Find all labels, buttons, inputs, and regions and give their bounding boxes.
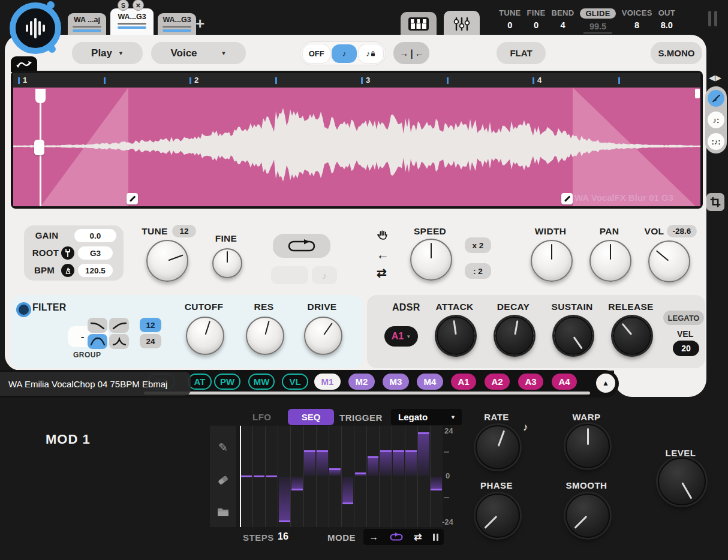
- sync-off-button[interactable]: OFF: [303, 44, 330, 63]
- seq-step[interactable]: [418, 432, 429, 476]
- fine-knob[interactable]: [212, 248, 242, 278]
- tune-knob[interactable]: [146, 240, 188, 282]
- seq-step[interactable]: [393, 450, 404, 476]
- warp-stretch-note-button[interactable]: :♪:: [708, 133, 724, 150]
- step-sequencer[interactable]: [240, 426, 443, 527]
- warp-knob[interactable]: [565, 424, 610, 468]
- mod-slot-m1[interactable]: M1: [314, 374, 341, 390]
- end-trim-handle[interactable]: [695, 89, 700, 98]
- snap-to-center-button[interactable]: →❘←: [393, 42, 429, 64]
- rate-knob[interactable]: [476, 425, 520, 469]
- param-value[interactable]: 8: [634, 20, 639, 30]
- param-value[interactable]: 0: [507, 20, 512, 30]
- trigger-dropdown[interactable]: Legato ▼: [391, 409, 462, 425]
- mode-pingpong-icon[interactable]: ⇄: [414, 532, 422, 542]
- width-knob[interactable]: [531, 240, 573, 282]
- mode-hold-icon[interactable]: [433, 534, 438, 541]
- tab-seq[interactable]: SEQ: [288, 409, 334, 425]
- res-knob[interactable]: [246, 317, 284, 355]
- sync-note-button[interactable]: ♪: [332, 44, 356, 63]
- tune-value[interactable]: 12: [172, 225, 196, 237]
- speed-double-button[interactable]: x 2: [465, 237, 491, 253]
- mod-source-vl[interactable]: VL: [282, 374, 308, 390]
- start-marker-handle[interactable]: [34, 140, 44, 155]
- seq-step[interactable]: [431, 477, 442, 490]
- release-knob[interactable]: [613, 317, 651, 355]
- mixer-view-tab[interactable]: [444, 11, 480, 37]
- decay-knob[interactable]: [495, 317, 534, 355]
- add-tab-button[interactable]: +: [195, 14, 204, 33]
- root-note-value[interactable]: G3: [78, 246, 113, 260]
- crop-button[interactable]: [706, 193, 724, 211]
- seq-step[interactable]: [279, 477, 290, 523]
- mod-slot-m3[interactable]: M3: [383, 374, 409, 390]
- vel-value[interactable]: 20: [673, 341, 699, 356]
- seq-step[interactable]: [317, 450, 328, 476]
- seq-step[interactable]: [368, 456, 379, 476]
- amp-slot-a4[interactable]: A4: [552, 374, 577, 390]
- filter-slope-12-button[interactable]: 12: [140, 318, 161, 332]
- drive-knob[interactable]: [304, 317, 342, 355]
- vol-value[interactable]: -28.6: [667, 225, 697, 237]
- speed-knob[interactable]: [410, 239, 452, 281]
- gain-value[interactable]: 0.0: [74, 229, 116, 242]
- mod-source-pw[interactable]: PW: [214, 374, 240, 390]
- tab-close-icon[interactable]: ✕: [133, 0, 144, 11]
- smooth-knob[interactable]: [565, 493, 610, 538]
- bpm-value[interactable]: 120.5: [78, 264, 113, 277]
- pencil-tool-icon[interactable]: ✎: [216, 441, 230, 454]
- sample-tab[interactable]: WA ...aj: [68, 13, 106, 35]
- mod-slot-m2[interactable]: M2: [348, 374, 375, 390]
- play-mode-dropdown[interactable]: Play▼: [72, 42, 143, 64]
- param-value[interactable]: 8.0: [661, 20, 673, 30]
- voice-mode-dropdown[interactable]: Voice▼: [151, 42, 246, 64]
- loop-shuffle-tab[interactable]: [11, 56, 37, 72]
- seq-step[interactable]: [342, 477, 354, 505]
- filter-lowpass-button[interactable]: [88, 318, 107, 333]
- filter-highpass-button[interactable]: [109, 318, 129, 333]
- filter-bandpass-button[interactable]: [88, 334, 107, 349]
- phase-knob[interactable]: [476, 493, 520, 538]
- expand-horizontal-icon[interactable]: ◀▶: [709, 73, 722, 82]
- flat-button[interactable]: FLAT: [497, 42, 546, 64]
- amp-slot-a2[interactable]: A2: [485, 374, 510, 390]
- eraser-tool-icon[interactable]: [216, 474, 230, 487]
- loop-button[interactable]: [273, 234, 330, 258]
- cutoff-knob[interactable]: [186, 317, 224, 355]
- reverse-arrow-icon[interactable]: ←: [377, 248, 389, 262]
- hand-drag-icon[interactable]: [377, 230, 389, 244]
- mod-source-at[interactable]: AT: [188, 374, 212, 390]
- tab-solo-badge[interactable]: S: [118, 0, 129, 11]
- resize-grip-bar[interactable]: [714, 11, 717, 26]
- folder-icon[interactable]: [216, 505, 230, 519]
- filter-notch-button[interactable]: [109, 334, 129, 349]
- mod-slot-m4[interactable]: M4: [417, 374, 443, 390]
- fade-in-handle[interactable]: [127, 193, 138, 204]
- mod-source-mw[interactable]: MW: [248, 374, 275, 390]
- amp-slot-a1[interactable]: A1: [451, 374, 476, 390]
- pan-knob[interactable]: [589, 240, 631, 282]
- seq-step[interactable]: [241, 475, 252, 477]
- amp-slot-a3[interactable]: A3: [518, 374, 543, 390]
- keyboard-view-tab[interactable]: [401, 12, 437, 36]
- seq-step[interactable]: [254, 475, 265, 477]
- sync-note-lock-button[interactable]: ♪: [359, 44, 383, 63]
- param-value[interactable]: 4: [560, 20, 565, 30]
- seq-step[interactable]: [380, 450, 392, 476]
- speed-half-button[interactable]: : 2: [465, 263, 491, 279]
- seq-step[interactable]: [355, 472, 366, 477]
- sustain-knob[interactable]: [554, 317, 592, 355]
- fade-out-handle[interactable]: [561, 193, 573, 204]
- filter-enable-toggle[interactable]: [16, 302, 31, 317]
- attack-knob[interactable]: [437, 317, 475, 355]
- collapse-panel-button[interactable]: ▲: [596, 374, 615, 393]
- vol-knob[interactable]: [648, 240, 690, 282]
- resize-grip-bar[interactable]: [708, 11, 711, 26]
- param-value[interactable]: 0: [534, 20, 539, 30]
- warp-repitch-note-button[interactable]: ♪:: [708, 112, 724, 128]
- seq-step[interactable]: [304, 450, 315, 476]
- timeline-ruler[interactable]: 1234: [13, 73, 700, 88]
- stereo-mono-button[interactable]: S.MONO: [651, 42, 702, 64]
- loop-sync-ghost-button[interactable]: ♪: [312, 266, 337, 284]
- legato-button[interactable]: LEGATO: [663, 311, 704, 325]
